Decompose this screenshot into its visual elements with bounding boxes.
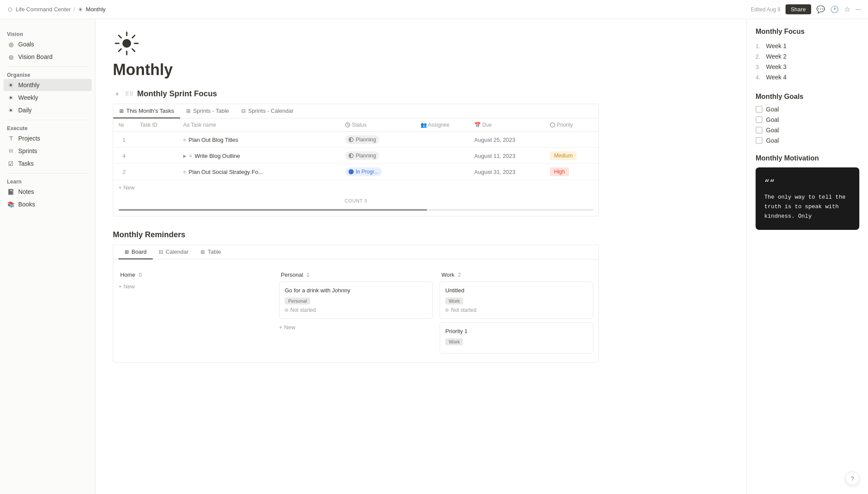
personal-col-count: 1 bbox=[306, 272, 309, 278]
task-num-2: 2 bbox=[113, 164, 135, 180]
goal-checkbox-2[interactable] bbox=[756, 116, 763, 123]
monthly-label: Monthly bbox=[18, 82, 39, 88]
table-row[interactable]: 1 ≡ Plan Out Blog Titles bbox=[113, 132, 598, 148]
sidebar-item-sprints[interactable]: ⌇⌇ Sprints bbox=[3, 145, 92, 157]
count-label: COUNT 3 bbox=[345, 198, 367, 203]
sidebar-item-goals[interactable]: ◎ Goals bbox=[3, 38, 92, 50]
sun-icon-large bbox=[113, 29, 141, 57]
sidebar-item-projects[interactable]: ⊤ Projects bbox=[3, 132, 92, 144]
goals-icon: ◎ bbox=[7, 40, 15, 48]
goal-checkbox-4[interactable] bbox=[756, 137, 763, 144]
home-add-label: New bbox=[124, 283, 135, 290]
board-column-personal: Personal 1 Go for a drink with Johnny Pe… bbox=[279, 268, 433, 357]
vision-board-label: Vision Board bbox=[18, 53, 53, 60]
task-list-icon-2: ≡ bbox=[183, 169, 186, 174]
page-title: Monthly bbox=[113, 61, 599, 79]
week1-label: Week 1 bbox=[766, 43, 786, 49]
comment-button[interactable]: 💬 bbox=[816, 5, 825, 13]
svg-line-6 bbox=[132, 49, 135, 52]
personal-add-plus: + bbox=[279, 324, 283, 330]
sidebar-item-books[interactable]: 📚 Books bbox=[3, 198, 92, 210]
svg-point-10 bbox=[550, 123, 555, 127]
reminders-tabs: ⊞ Board ⊟ Calendar ⊞ Table bbox=[113, 245, 598, 259]
expand-btn-4[interactable]: ▶ bbox=[183, 154, 187, 158]
tab-table[interactable]: ⊞ Table bbox=[194, 245, 227, 259]
sidebar-item-tasks[interactable]: ☑ Tasks bbox=[3, 157, 92, 170]
weekly-label: Weekly bbox=[18, 94, 38, 101]
app-name: Life Command Center bbox=[16, 6, 71, 13]
more-button[interactable]: ··· bbox=[855, 6, 861, 13]
tab-this-months-tasks[interactable]: ⊞ This Month's Tasks bbox=[113, 104, 180, 118]
sidebar-item-vision-board[interactable]: ◎ Vision Board bbox=[3, 51, 92, 63]
goal-checkbox-3[interactable] bbox=[756, 127, 763, 134]
focus-week-3: Week 3 bbox=[756, 62, 859, 72]
tab-label-sprints-calendar: Sprints - Calendar bbox=[248, 108, 294, 114]
column-header-personal: Personal 1 bbox=[279, 268, 433, 281]
sprint-table-container: ⊞ This Month's Tasks ⊞ Sprints - Table ⊟… bbox=[113, 104, 599, 216]
history-button[interactable]: 🕐 bbox=[830, 5, 839, 13]
priority-high-badge: High bbox=[550, 167, 569, 176]
board-view: Home 0 + New bbox=[118, 268, 593, 357]
status-text-drink: Not started bbox=[290, 307, 316, 313]
goals-label: Goals bbox=[18, 41, 34, 48]
task-list-icon-1: ≡ bbox=[183, 137, 186, 142]
task-name-1: ≡ Plan Out Blog Titles bbox=[178, 132, 340, 148]
sprint-drag-handle: ⠿⠿ bbox=[125, 91, 134, 97]
books-icon: 📚 bbox=[7, 200, 15, 208]
sidebar-item-monthly[interactable]: ☀ Monthly bbox=[3, 79, 92, 91]
sidebar-item-notes[interactable]: 📓 Notes bbox=[3, 186, 92, 198]
week3-label: Week 3 bbox=[766, 63, 786, 70]
task-list-icon-4: ≡ bbox=[189, 153, 192, 158]
breadcrumb: ⬡ Life Command Center / ☀ Monthly bbox=[7, 6, 105, 13]
personal-add-button[interactable]: + New bbox=[279, 322, 296, 332]
sidebar-item-daily[interactable]: ☀ Daily bbox=[3, 104, 92, 116]
board-tab-label: Board bbox=[132, 249, 147, 255]
home-add-button[interactable]: + New bbox=[118, 281, 135, 291]
tasks-label: Tasks bbox=[18, 160, 34, 167]
card-title-drink: Go for a drink with Johnny bbox=[285, 287, 427, 294]
card-status-untitled: Not started bbox=[445, 307, 588, 313]
tab-board[interactable]: ⊞ Board bbox=[118, 245, 153, 259]
tab-sprints-table[interactable]: ⊞ Sprints - Table bbox=[180, 104, 235, 118]
sprint-add-button[interactable]: + bbox=[113, 90, 122, 98]
notes-icon: 📓 bbox=[7, 188, 15, 196]
goal-checkbox-1[interactable] bbox=[756, 106, 763, 113]
count-bar-wrapper bbox=[113, 207, 598, 216]
personal-add-label: New bbox=[284, 324, 296, 330]
board-card-priority1[interactable]: Priority 1 Work bbox=[440, 322, 593, 353]
current-page-name: Monthly bbox=[86, 6, 106, 13]
organise-section-label: Organise bbox=[3, 70, 92, 79]
week4-label: Week 4 bbox=[766, 74, 786, 81]
svg-line-7 bbox=[132, 36, 135, 38]
task-name-text-1: Plan Out Blog Titles bbox=[188, 137, 238, 143]
sidebar-item-weekly[interactable]: ☀ Weekly bbox=[3, 92, 92, 104]
main-content: Monthly + ⠿⠿ Monthly Sprint Focus ⊞ Th bbox=[95, 19, 746, 494]
learn-section-label: Learn bbox=[3, 177, 92, 186]
board-card-untitled[interactable]: Untitled Work Not started bbox=[440, 281, 593, 319]
table-row[interactable]: 4 ▶ ≡ Write Blog Outline bbox=[113, 148, 598, 164]
execute-section-label: Execute bbox=[3, 124, 92, 132]
share-button[interactable]: Share bbox=[786, 4, 811, 14]
topnav: ⬡ Life Command Center / ☀ Monthly Edited… bbox=[0, 0, 868, 19]
help-button[interactable]: ? bbox=[845, 471, 859, 485]
tab-sprints-calendar[interactable]: ⊟ Sprints - Calendar bbox=[235, 104, 300, 118]
focus-week-1: Week 1 bbox=[756, 41, 859, 51]
monthly-goals-section: Monthly Goals Goal Goal Goal bbox=[756, 93, 859, 144]
col-assignee: 👥 Assignee bbox=[415, 118, 469, 132]
column-header-work: Work 2 bbox=[440, 268, 593, 281]
favorite-button[interactable]: ☆ bbox=[844, 5, 850, 13]
tab-calendar[interactable]: ⊟ Calendar bbox=[153, 245, 195, 259]
tasks-table: № Task ID Aa Task name Status bbox=[113, 118, 598, 180]
weekly-icon: ☀ bbox=[7, 94, 15, 101]
focus-weeks-list: Week 1 Week 2 Week 3 Week 4 bbox=[756, 41, 859, 82]
cal-tab-icon: ⊟ bbox=[159, 249, 163, 255]
goal-item-4: Goal bbox=[756, 137, 859, 144]
status-text-untitled: Not started bbox=[451, 307, 477, 313]
task-id-2 bbox=[135, 164, 178, 180]
add-row-button[interactable]: + New bbox=[118, 183, 135, 193]
board-card-drink[interactable]: Go for a drink with Johnny Personal Not … bbox=[279, 281, 433, 319]
card-tag-work-untitled: Work bbox=[445, 298, 463, 304]
page-icon-wrapper bbox=[113, 29, 141, 57]
table-row[interactable]: 2 ≡ Plan Out Social Strategy Fo... bbox=[113, 164, 598, 180]
help-icon: ? bbox=[851, 475, 854, 482]
